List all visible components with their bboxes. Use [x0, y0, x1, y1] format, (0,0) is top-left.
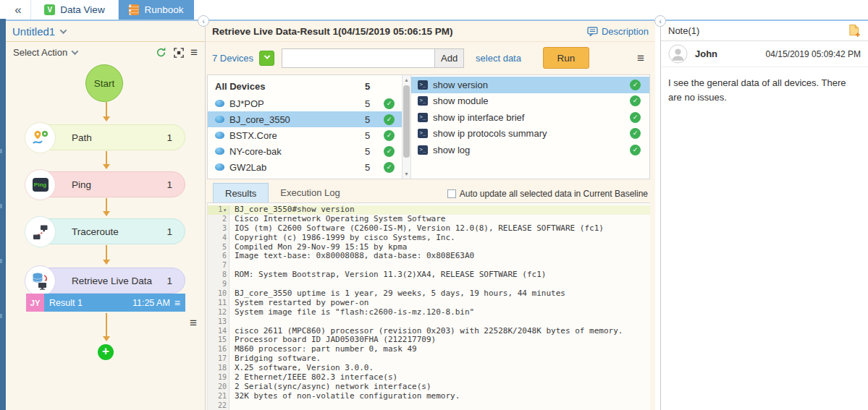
console-line-text [229, 261, 650, 270]
command-name: show ip protocols summary [433, 128, 630, 139]
node-traceroute[interactable]: Traceroute 1 [29, 218, 185, 244]
device-row[interactable]: BJ*POP 5 [208, 95, 402, 111]
device-row[interactable]: GW2Lab 5 [208, 159, 402, 175]
node-retrieve-live-data[interactable]: Retrieve Live Data 1 [29, 268, 185, 294]
console-line-text: Image text-base: 0x80008088, data-base: … [229, 252, 650, 261]
command-row[interactable]: show log [411, 142, 649, 158]
node-path[interactable]: Path 1 [29, 124, 185, 150]
add-device-button[interactable]: Add [434, 48, 464, 68]
console-line-text: BJ_core_3550#show version [229, 205, 650, 215]
top-tab-bar: Data View Runbook [6, 0, 868, 21]
flow-arrow [106, 151, 107, 168]
command-name: show log [433, 145, 630, 155]
collapse-runbook-panel-button[interactable] [198, 15, 209, 27]
device-list-scrollbar[interactable] [402, 75, 411, 179]
add-note-icon[interactable] [848, 24, 861, 38]
device-list-header: All Devices 5 [208, 77, 402, 95]
tab-execution-log[interactable]: Execution Log [269, 183, 351, 202]
chevron-down-icon[interactable] [72, 48, 79, 55]
devices-count-link[interactable]: 7 Devices [212, 53, 253, 64]
console-line: 20 2 Serial(sync/async) network interfac… [208, 383, 650, 392]
live-data-header: Retrieve Live Data-Result 1(04/15/2019 0… [206, 21, 655, 42]
device-row[interactable]: BJ_core_3550 5 [208, 111, 402, 127]
device-name: BJ_core_3550 [229, 114, 365, 125]
page-title: Retrieve Live Data-Result 1(04/15/2019 0… [212, 26, 452, 37]
line-number: 6 [208, 252, 229, 261]
command-row[interactable]: show module [411, 93, 649, 110]
device-icon [215, 132, 224, 139]
tab-results[interactable]: Results [213, 183, 269, 202]
node-path-label: Path [72, 132, 167, 143]
console-line-text: M860 processor: part number 0, mask 49 [229, 345, 650, 354]
console-line: 11 System restarted by power-on [208, 299, 650, 308]
tab-data-view[interactable]: Data View [30, 0, 119, 20]
terminal-icon [418, 80, 428, 90]
select-data-link[interactable]: select data [476, 53, 521, 64]
line-number: 11 [208, 299, 229, 308]
device-row[interactable]: BSTX.Core 5 [208, 127, 402, 143]
add-action-button[interactable] [98, 344, 114, 360]
scroll-down-arrow-icon[interactable] [403, 169, 410, 179]
runbook-canvas: Start Path 1 Ping 1 Tracero [6, 63, 205, 410]
select-action-label[interactable]: Select Action [13, 47, 67, 58]
node-ping[interactable]: Ping 1 [29, 171, 185, 197]
console-line: 22 [208, 401, 650, 410]
auto-update-checkbox[interactable] [447, 189, 456, 198]
console-line: 5 Compiled Mon 29-Nov-99 15:15 by kpma [208, 243, 650, 252]
flow-arrow [106, 198, 107, 215]
collapse-panel-icon[interactable] [6, 0, 30, 20]
tab-runbook[interactable]: Runbook [119, 0, 194, 20]
device-input[interactable] [282, 48, 435, 68]
success-check-icon [630, 95, 641, 106]
device-icon [215, 148, 224, 155]
command-row[interactable]: show ip interface brief [411, 109, 649, 126]
console-line-text: Cisco Internetwork Operating System Soft… [229, 215, 650, 224]
node-menu-icon[interactable] [190, 317, 197, 329]
command-row[interactable]: show version [411, 77, 649, 93]
description-link[interactable]: Description [587, 26, 649, 37]
runbook-menu-icon[interactable] [190, 46, 198, 59]
collapse-note-panel-button[interactable] [654, 15, 666, 27]
device-icon [215, 116, 224, 123]
console-line-text: X.25 software, Version 3.0.0. [229, 364, 650, 373]
runbook-panel: Untitled1 Select Action Start [6, 21, 206, 410]
toolbar-menu-icon[interactable] [637, 52, 644, 64]
retrieve-live-data-icon [25, 265, 56, 296]
result-row[interactable]: JY Result 1 11:25 AM [26, 294, 185, 312]
console-line-text: 2 Ethernet/IEEE 802.3 interface(s) [229, 373, 650, 383]
command-name: show ip interface brief [433, 112, 630, 123]
results-console[interactable]: 1 BJ_core_3550#show version 2 Cisco Inte… [207, 203, 650, 410]
line-number: 9 [208, 280, 229, 289]
device-count: 5 [365, 146, 381, 157]
refresh-icon[interactable] [154, 46, 167, 59]
scrollbar-thumb[interactable] [403, 85, 410, 158]
runbook-action-bar: Select Action [6, 42, 205, 63]
result-menu-icon[interactable] [174, 298, 180, 308]
chevron-down-icon[interactable] [60, 27, 67, 34]
devices-dropdown-button[interactable] [259, 51, 274, 66]
collapsed-side-rail[interactable] [0, 19, 6, 410]
device-row[interactable]: NY-core-bak 5 [208, 143, 402, 159]
device-count: 5 [365, 162, 381, 173]
console-line: 9 [208, 280, 650, 289]
node-traceroute-label: Traceroute [72, 226, 167, 237]
command-row[interactable]: show ip protocols summary [411, 126, 649, 142]
device-icon [215, 100, 224, 107]
terminal-icon [418, 96, 428, 106]
console-line-text: 2 Serial(sync/async) network interface(s… [229, 383, 650, 392]
fold-caret-icon[interactable] [223, 207, 227, 213]
success-check-icon [630, 145, 641, 155]
all-devices-label: All Devices [215, 81, 365, 92]
runbook-title[interactable]: Untitled1 [12, 25, 55, 38]
tab-data-view-label: Data View [60, 4, 104, 15]
run-button[interactable]: Run [543, 47, 589, 69]
description-icon [587, 27, 598, 36]
scroll-up-arrow-icon[interactable] [403, 75, 410, 85]
line-number: 8 [208, 270, 229, 280]
start-node[interactable]: Start [85, 64, 123, 102]
runbook-icon [129, 4, 139, 15]
result-label: Result 1 [49, 298, 83, 308]
fit-to-screen-icon[interactable] [172, 46, 185, 59]
success-check-icon [384, 162, 395, 173]
console-line-text: Compiled Mon 29-Nov-99 15:15 by kpma [229, 243, 650, 252]
